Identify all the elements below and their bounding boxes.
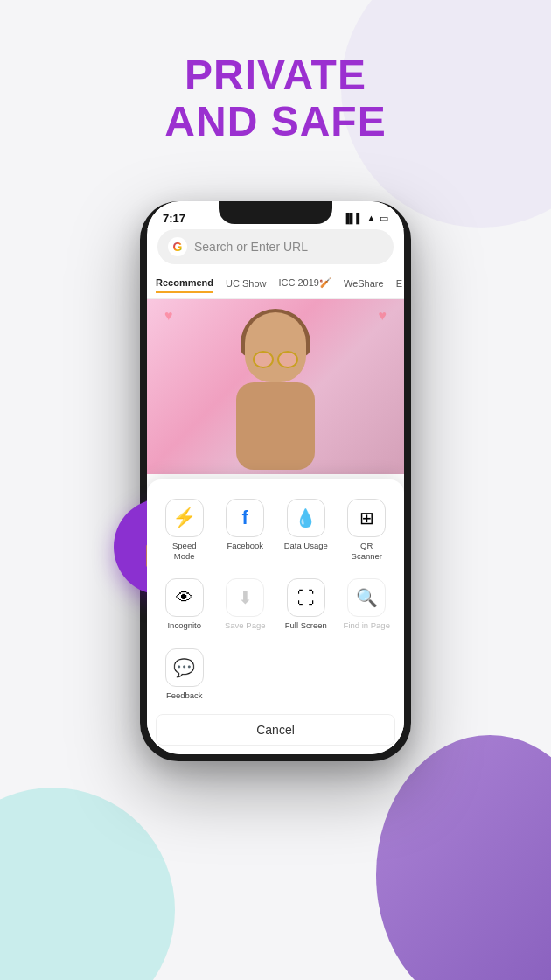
menu-item-qr-scanner[interactable]: ⊞ QRScanner xyxy=(338,494,396,566)
tab-more[interactable]: E ≡ xyxy=(396,278,404,292)
wifi-icon: ▲ xyxy=(366,213,376,223)
menu-item-full-screen[interactable]: ⛶ Full Screen xyxy=(277,573,335,635)
facebook-label: Facebook xyxy=(227,541,263,550)
bg-curve-bottom-left xyxy=(0,788,175,980)
cancel-label: Cancel xyxy=(256,723,295,737)
signal-icon: ▐▌▌ xyxy=(343,213,363,223)
incognito-icon-wrap: 👁 xyxy=(165,578,204,617)
incognito-label: Incognito xyxy=(167,620,201,630)
search-bar[interactable]: G Search or Enter URL xyxy=(157,229,394,264)
feedback-label: Feedback xyxy=(166,690,203,700)
tab-icc[interactable]: ICC 2019🏏 xyxy=(279,277,331,292)
girl-head xyxy=(245,312,306,382)
full-screen-icon: ⛶ xyxy=(297,588,315,608)
menu-item-feedback[interactable]: 💬 Feedback xyxy=(156,643,213,705)
find-in-page-label: Find in Page xyxy=(344,620,390,630)
data-usage-icon: 💧 xyxy=(295,508,317,528)
facebook-icon-wrap: f xyxy=(226,499,264,537)
header-section: PRIVATE AND SAFE xyxy=(0,0,551,145)
sunglasses xyxy=(253,351,298,368)
save-page-icon-wrap: ⬇ xyxy=(226,578,264,617)
speed-mode-icon-wrap: ⚡ xyxy=(165,499,204,537)
data-usage-label: Data Usage xyxy=(284,541,328,550)
search-placeholder: Search or Enter URL xyxy=(194,240,308,254)
menu-item-save-page[interactable]: ⬇ Save Page xyxy=(217,573,275,635)
cancel-button[interactable]: Cancel xyxy=(156,714,395,746)
full-screen-icon-wrap: ⛶ xyxy=(287,578,325,617)
menu-item-incognito[interactable]: 👁 Incognito xyxy=(156,573,213,635)
menu-item-data-usage[interactable]: 💧 Data Usage xyxy=(277,494,335,566)
header-line2: AND SAFE xyxy=(0,99,551,145)
qr-scanner-icon-wrap: ⊞ xyxy=(347,499,386,537)
qr-scanner-label: QRScanner xyxy=(352,541,382,561)
header-line1: PRIVATE xyxy=(0,52,551,99)
qr-scanner-icon: ⊞ xyxy=(359,508,374,528)
speed-mode-label: SpeedMode xyxy=(172,541,196,561)
content-image: ♥ ♥ xyxy=(147,299,404,474)
heart-icon-1: ♥ xyxy=(164,308,173,324)
find-in-page-icon-wrap: 🔍 xyxy=(347,578,386,617)
save-page-label: Save Page xyxy=(225,620,265,630)
phone-notch xyxy=(219,201,332,224)
girl-body xyxy=(236,382,315,470)
phone-frame: 7:17 ▐▌▌ ▲ ▭ G Search or Enter URL Recom… xyxy=(140,201,411,761)
phone-screen: 7:17 ▐▌▌ ▲ ▭ G Search or Enter URL Recom… xyxy=(147,201,404,754)
status-icons: ▐▌▌ ▲ ▭ xyxy=(343,213,388,224)
sunglass-right xyxy=(277,351,298,368)
tab-recommend[interactable]: Recommend xyxy=(156,277,213,293)
feedback-icon-wrap: 💬 xyxy=(165,648,204,687)
find-in-page-icon: 🔍 xyxy=(356,587,378,608)
menu-item-facebook[interactable]: f Facebook xyxy=(217,494,275,566)
save-page-icon: ⬇ xyxy=(238,587,253,608)
nav-tabs: Recommend UC Show ICC 2019🏏 WeShare E ≡ xyxy=(147,271,404,299)
sunglass-left xyxy=(253,351,274,368)
heart-icon-2: ♥ xyxy=(379,308,387,324)
facebook-icon: f xyxy=(242,507,248,529)
header-title: PRIVATE AND SAFE xyxy=(0,52,551,145)
google-icon: G xyxy=(168,237,187,256)
incognito-icon: 👁 xyxy=(176,588,193,608)
status-time: 7:17 xyxy=(163,212,185,225)
data-usage-icon-wrap: 💧 xyxy=(287,499,325,537)
bottom-sheet: ⚡ SpeedMode f Facebook 💧 D xyxy=(147,480,404,754)
girl-figure xyxy=(206,304,345,470)
full-screen-label: Full Screen xyxy=(285,620,327,630)
battery-icon: ▭ xyxy=(380,213,388,224)
menu-grid: ⚡ SpeedMode f Facebook 💧 D xyxy=(156,494,395,705)
phone-mockup: 🔒 7:17 ▐▌▌ ▲ ▭ G Search or Enter URL xyxy=(140,201,411,761)
menu-item-speed-mode[interactable]: ⚡ SpeedMode xyxy=(156,494,213,566)
feedback-icon: 💬 xyxy=(173,657,195,678)
tab-weshare[interactable]: WeShare xyxy=(344,278,384,292)
speed-mode-icon: ⚡ xyxy=(172,507,196,529)
menu-item-find-in-page[interactable]: 🔍 Find in Page xyxy=(338,573,396,635)
tab-ucshow[interactable]: UC Show xyxy=(226,278,266,292)
bg-curve-bottom-right xyxy=(376,735,551,980)
